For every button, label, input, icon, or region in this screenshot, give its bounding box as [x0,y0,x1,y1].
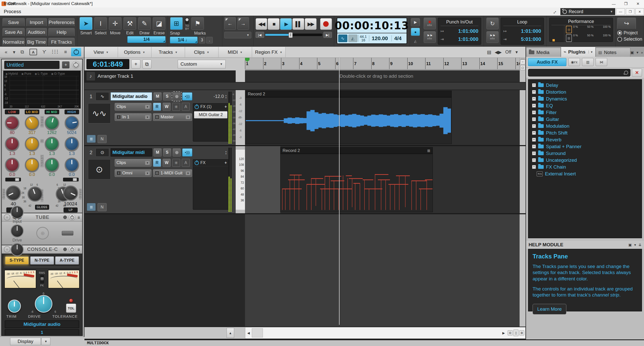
arranger-lane[interactable]: Double-click or drag to add section [245,70,520,82]
eq-mode-radio[interactable]: Pure [21,72,31,75]
read-automation-button[interactable]: R [153,103,161,111]
close-icon[interactable]: ✕ [632,0,644,8]
archive-button[interactable]: A [182,159,190,167]
plugin-folder[interactable]: + Filter [531,109,641,116]
tool-button[interactable]: ➤ Smart [79,17,93,36]
dock-icon[interactable]: ▣ [628,243,632,247]
tool-button[interactable]: ✎ Draw [138,17,151,36]
snap-button[interactable]: ⊞ [170,17,183,30]
expand-toolbars-icon[interactable]: ↔ [550,8,558,15]
q-knob[interactable] [5,137,19,151]
expand-icon[interactable]: + [532,165,536,169]
scroll-right-icon[interactable]: ▶ [500,331,507,335]
expand-icon[interactable]: + [532,117,536,121]
high-band-shape-slider[interactable] [63,178,79,181]
prochannel-toggle-icon[interactable] [71,48,81,56]
expand-icon[interactable]: + [532,124,536,128]
fx-rack[interactable]: FX (1) + MIDI Guitar 2 [193,103,229,142]
tube-mode-switch[interactable] [62,231,73,235]
q-knob[interactable] [65,137,79,151]
snap-to-by-toggle[interactable]: TO BY [185,18,189,30]
toolbar-button[interactable]: Save [3,18,25,26]
mdi-minimize-icon[interactable]: — [616,8,625,15]
tool-button[interactable]: ✛ Move [109,17,122,36]
go-to-start-button[interactable]: |◀ [256,32,264,38]
add-track-button[interactable]: + [131,60,140,69]
expand-icon[interactable]: + [532,104,536,108]
layer-dropdown[interactable]: Clips▼ [115,103,151,111]
position-slider[interactable] [265,34,322,36]
toolbar-button[interactable]: Audition [26,28,47,36]
fit-tracks-icon[interactable]: ▲ [227,328,234,338]
tab-notes[interactable]: ▤ Notes [596,48,630,57]
plugin-folder[interactable]: + Uncategorized [531,157,641,164]
arranger-inspector-icon[interactable]: A [29,49,37,55]
loop-from-selection-button[interactable]: ⚑⚑ıılıı [486,31,499,43]
track-view-menu[interactable]: Region FX▼ [252,47,286,57]
trim-knob[interactable] [8,300,21,313]
level-knob[interactable] [65,158,79,172]
console-power-button[interactable] [69,246,75,253]
chevron-down-icon[interactable]: ▼ [589,50,593,54]
toolbar-button[interactable]: Save As [3,28,25,36]
collapse-module-icon[interactable]: ⇊ [77,216,80,219]
zoom-out-vertical-icon[interactable]: − [520,59,525,64]
eq-band-button[interactable]: LO MID [25,110,39,114]
dropdown-icon[interactable]: ▾ [12,48,17,56]
input-echo-button[interactable]: •))) [182,92,192,100]
q-knob[interactable] [45,137,59,151]
track-view-menu[interactable]: Clips▼ [185,47,219,57]
eq-mode-radio[interactable]: G-Type [51,72,65,75]
rms-pk-switch[interactable] [40,275,44,283]
tolerance-button[interactable]: TOL [66,304,76,313]
collapse-icon[interactable]: ⇊ [638,243,641,247]
mdi-restore-icon[interactable]: ❐ [626,8,634,15]
lp-slope-knob[interactable]: 612182430364842 [49,183,63,207]
instruments-button[interactable]: ▥ [582,58,594,66]
plugin-folder[interactable]: + Reverb [531,136,641,143]
dock-icon[interactable]: ▣ [630,50,634,55]
meter-display[interactable]: 4/4 [391,35,404,41]
hp-freq-knob[interactable] [6,185,21,201]
restore-icon[interactable]: ❐ [620,0,632,8]
fx-power-icon[interactable] [195,105,199,109]
expand-icon[interactable]: + [532,145,536,148]
arranger-track-header[interactable]: ♪ Arranger Track 1 [84,70,236,82]
rewind-button[interactable]: ◀◀ [256,18,267,30]
add-fx-icon[interactable]: + [225,104,227,109]
input-dropdown[interactable]: IIn 1▼ [115,113,151,121]
lp-button[interactable]: LP [64,207,78,212]
tab-media[interactable]: Media [526,48,561,57]
q-knob[interactable] [25,137,39,151]
tool-button[interactable]: ◪ Erase [152,17,166,36]
loop-end-value[interactable]: 5:01:000 [521,36,541,42]
menu-item[interactable]: Insert [0,0,25,8]
marker-dropdown[interactable]: ▼ [224,32,251,38]
toolbar-button[interactable]: Big Time [26,38,47,46]
punch-in-value[interactable]: 1:01:000 [458,28,478,34]
expand-icon[interactable]: + [532,111,536,114]
archive-button[interactable]: A [182,103,190,111]
preset-field[interactable]: Untitled [4,61,59,69]
stop-button[interactable]: ■ [268,18,280,30]
track-row-1[interactable]: 1 ∿ Midiguitar audio M S •))) -12.0▲▲ ∿∿… [84,90,526,146]
loop-toggle-button[interactable]: ↻ [486,18,499,29]
freq-knob[interactable] [5,116,19,130]
fx-plugin[interactable]: MIDI Guitar 2 [194,111,227,118]
automation-icon[interactable]: Ν [98,203,107,211]
level-knob[interactable] [45,158,59,172]
eq-mode-radio[interactable]: Hybrid [6,72,18,75]
arm-record-button[interactable] [173,92,181,100]
mini-play-button[interactable]: ▶ [411,18,420,26]
punch-toggle-button[interactable]: ıılıı [424,18,436,29]
zoom-in-icon[interactable]: ⊕ [519,330,524,335]
audio-engine-icon[interactable]: ∿ [338,35,347,42]
zoom-tool-icon[interactable]: ◻ [520,65,525,70]
track-view-menu[interactable]: MIDI▼ [219,47,252,57]
tab-plugins[interactable]: ⌁ PlugIns ▼ [561,47,596,57]
freeze-button[interactable]: ✳ [172,103,180,111]
export-button[interactable]: ↪ [617,18,636,29]
play-button[interactable]: ▶ [280,18,292,30]
output-dropdown[interactable]: O1-MIDI Guit▼ [153,169,192,177]
track-name-field[interactable]: Midiguitar audio [111,92,152,100]
